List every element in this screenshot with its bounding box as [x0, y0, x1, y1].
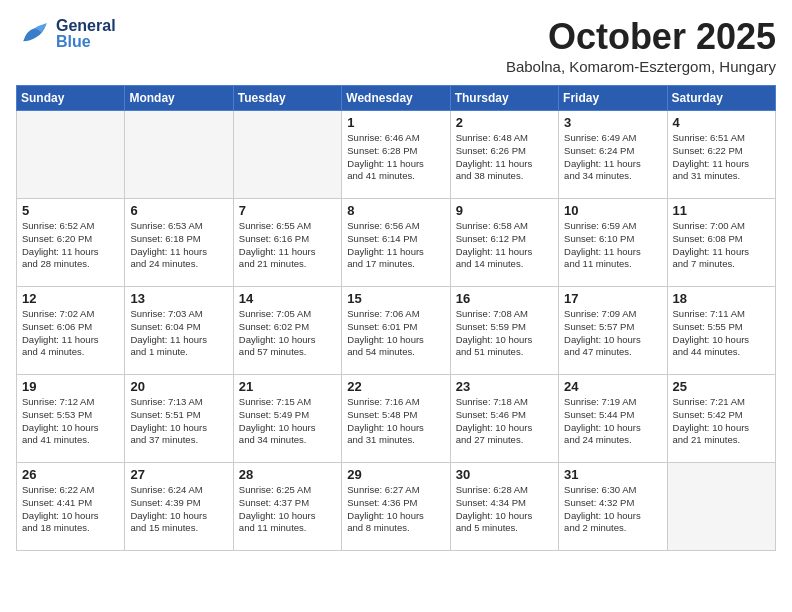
week-row-3: 12Sunrise: 7:02 AM Sunset: 6:06 PM Dayli… — [17, 287, 776, 375]
calendar-cell — [667, 463, 775, 551]
day-info: Sunrise: 6:56 AM Sunset: 6:14 PM Dayligh… — [347, 220, 444, 271]
calendar-cell: 12Sunrise: 7:02 AM Sunset: 6:06 PM Dayli… — [17, 287, 125, 375]
weekday-header-wednesday: Wednesday — [342, 86, 450, 111]
day-info: Sunrise: 7:09 AM Sunset: 5:57 PM Dayligh… — [564, 308, 661, 359]
week-row-4: 19Sunrise: 7:12 AM Sunset: 5:53 PM Dayli… — [17, 375, 776, 463]
page-header: General Blue October 2025 Babolna, Komar… — [16, 16, 776, 75]
day-info: Sunrise: 7:03 AM Sunset: 6:04 PM Dayligh… — [130, 308, 227, 359]
calendar-cell: 5Sunrise: 6:52 AM Sunset: 6:20 PM Daylig… — [17, 199, 125, 287]
day-number: 21 — [239, 379, 336, 394]
calendar-cell: 16Sunrise: 7:08 AM Sunset: 5:59 PM Dayli… — [450, 287, 558, 375]
day-number: 16 — [456, 291, 553, 306]
day-number: 28 — [239, 467, 336, 482]
day-number: 17 — [564, 291, 661, 306]
calendar-cell: 7Sunrise: 6:55 AM Sunset: 6:16 PM Daylig… — [233, 199, 341, 287]
day-number: 1 — [347, 115, 444, 130]
month-title: October 2025 — [506, 16, 776, 58]
day-info: Sunrise: 6:49 AM Sunset: 6:24 PM Dayligh… — [564, 132, 661, 183]
day-number: 19 — [22, 379, 119, 394]
day-info: Sunrise: 7:18 AM Sunset: 5:46 PM Dayligh… — [456, 396, 553, 447]
calendar-cell: 24Sunrise: 7:19 AM Sunset: 5:44 PM Dayli… — [559, 375, 667, 463]
day-number: 24 — [564, 379, 661, 394]
day-info: Sunrise: 7:06 AM Sunset: 6:01 PM Dayligh… — [347, 308, 444, 359]
calendar-cell: 2Sunrise: 6:48 AM Sunset: 6:26 PM Daylig… — [450, 111, 558, 199]
calendar-cell: 22Sunrise: 7:16 AM Sunset: 5:48 PM Dayli… — [342, 375, 450, 463]
day-number: 11 — [673, 203, 770, 218]
calendar-cell: 10Sunrise: 6:59 AM Sunset: 6:10 PM Dayli… — [559, 199, 667, 287]
day-number: 22 — [347, 379, 444, 394]
day-info: Sunrise: 7:05 AM Sunset: 6:02 PM Dayligh… — [239, 308, 336, 359]
calendar-cell: 15Sunrise: 7:06 AM Sunset: 6:01 PM Dayli… — [342, 287, 450, 375]
calendar-cell: 4Sunrise: 6:51 AM Sunset: 6:22 PM Daylig… — [667, 111, 775, 199]
day-number: 26 — [22, 467, 119, 482]
logo-name: General Blue — [56, 18, 116, 50]
calendar-cell: 20Sunrise: 7:13 AM Sunset: 5:51 PM Dayli… — [125, 375, 233, 463]
day-info: Sunrise: 6:51 AM Sunset: 6:22 PM Dayligh… — [673, 132, 770, 183]
day-info: Sunrise: 7:19 AM Sunset: 5:44 PM Dayligh… — [564, 396, 661, 447]
weekday-header-row: SundayMondayTuesdayWednesdayThursdayFrid… — [17, 86, 776, 111]
day-info: Sunrise: 6:46 AM Sunset: 6:28 PM Dayligh… — [347, 132, 444, 183]
day-number: 20 — [130, 379, 227, 394]
day-info: Sunrise: 6:22 AM Sunset: 4:41 PM Dayligh… — [22, 484, 119, 535]
weekday-header-saturday: Saturday — [667, 86, 775, 111]
day-number: 14 — [239, 291, 336, 306]
day-info: Sunrise: 6:55 AM Sunset: 6:16 PM Dayligh… — [239, 220, 336, 271]
calendar-cell: 28Sunrise: 6:25 AM Sunset: 4:37 PM Dayli… — [233, 463, 341, 551]
calendar-cell: 13Sunrise: 7:03 AM Sunset: 6:04 PM Dayli… — [125, 287, 233, 375]
day-number: 12 — [22, 291, 119, 306]
day-info: Sunrise: 6:53 AM Sunset: 6:18 PM Dayligh… — [130, 220, 227, 271]
day-number: 30 — [456, 467, 553, 482]
calendar-cell: 6Sunrise: 6:53 AM Sunset: 6:18 PM Daylig… — [125, 199, 233, 287]
day-number: 13 — [130, 291, 227, 306]
day-info: Sunrise: 6:48 AM Sunset: 6:26 PM Dayligh… — [456, 132, 553, 183]
calendar-cell: 11Sunrise: 7:00 AM Sunset: 6:08 PM Dayli… — [667, 199, 775, 287]
day-info: Sunrise: 7:16 AM Sunset: 5:48 PM Dayligh… — [347, 396, 444, 447]
day-number: 5 — [22, 203, 119, 218]
calendar-cell: 26Sunrise: 6:22 AM Sunset: 4:41 PM Dayli… — [17, 463, 125, 551]
title-block: October 2025 Babolna, Komarom-Esztergom,… — [506, 16, 776, 75]
calendar-cell — [233, 111, 341, 199]
day-number: 3 — [564, 115, 661, 130]
day-number: 8 — [347, 203, 444, 218]
calendar-cell: 3Sunrise: 6:49 AM Sunset: 6:24 PM Daylig… — [559, 111, 667, 199]
day-number: 25 — [673, 379, 770, 394]
logo-general-text: General — [56, 18, 116, 34]
calendar-cell: 27Sunrise: 6:24 AM Sunset: 4:39 PM Dayli… — [125, 463, 233, 551]
calendar-cell: 31Sunrise: 6:30 AM Sunset: 4:32 PM Dayli… — [559, 463, 667, 551]
day-info: Sunrise: 7:13 AM Sunset: 5:51 PM Dayligh… — [130, 396, 227, 447]
calendar-table: SundayMondayTuesdayWednesdayThursdayFrid… — [16, 85, 776, 551]
day-info: Sunrise: 6:59 AM Sunset: 6:10 PM Dayligh… — [564, 220, 661, 271]
logo-icon — [16, 16, 52, 52]
day-number: 29 — [347, 467, 444, 482]
day-info: Sunrise: 6:25 AM Sunset: 4:37 PM Dayligh… — [239, 484, 336, 535]
calendar-cell: 25Sunrise: 7:21 AM Sunset: 5:42 PM Dayli… — [667, 375, 775, 463]
day-number: 7 — [239, 203, 336, 218]
weekday-header-friday: Friday — [559, 86, 667, 111]
day-info: Sunrise: 6:27 AM Sunset: 4:36 PM Dayligh… — [347, 484, 444, 535]
week-row-1: 1Sunrise: 6:46 AM Sunset: 6:28 PM Daylig… — [17, 111, 776, 199]
calendar-cell: 1Sunrise: 6:46 AM Sunset: 6:28 PM Daylig… — [342, 111, 450, 199]
calendar-cell: 29Sunrise: 6:27 AM Sunset: 4:36 PM Dayli… — [342, 463, 450, 551]
calendar-cell: 9Sunrise: 6:58 AM Sunset: 6:12 PM Daylig… — [450, 199, 558, 287]
day-info: Sunrise: 6:52 AM Sunset: 6:20 PM Dayligh… — [22, 220, 119, 271]
day-info: Sunrise: 6:28 AM Sunset: 4:34 PM Dayligh… — [456, 484, 553, 535]
weekday-header-thursday: Thursday — [450, 86, 558, 111]
day-info: Sunrise: 7:08 AM Sunset: 5:59 PM Dayligh… — [456, 308, 553, 359]
day-number: 15 — [347, 291, 444, 306]
day-number: 18 — [673, 291, 770, 306]
weekday-header-tuesday: Tuesday — [233, 86, 341, 111]
day-info: Sunrise: 7:11 AM Sunset: 5:55 PM Dayligh… — [673, 308, 770, 359]
day-number: 31 — [564, 467, 661, 482]
calendar-cell: 23Sunrise: 7:18 AM Sunset: 5:46 PM Dayli… — [450, 375, 558, 463]
day-info: Sunrise: 7:02 AM Sunset: 6:06 PM Dayligh… — [22, 308, 119, 359]
calendar-cell: 8Sunrise: 6:56 AM Sunset: 6:14 PM Daylig… — [342, 199, 450, 287]
day-number: 23 — [456, 379, 553, 394]
calendar-cell: 14Sunrise: 7:05 AM Sunset: 6:02 PM Dayli… — [233, 287, 341, 375]
calendar-cell — [125, 111, 233, 199]
day-number: 27 — [130, 467, 227, 482]
day-info: Sunrise: 6:58 AM Sunset: 6:12 PM Dayligh… — [456, 220, 553, 271]
day-number: 4 — [673, 115, 770, 130]
day-number: 2 — [456, 115, 553, 130]
calendar-cell: 18Sunrise: 7:11 AM Sunset: 5:55 PM Dayli… — [667, 287, 775, 375]
day-info: Sunrise: 7:12 AM Sunset: 5:53 PM Dayligh… — [22, 396, 119, 447]
